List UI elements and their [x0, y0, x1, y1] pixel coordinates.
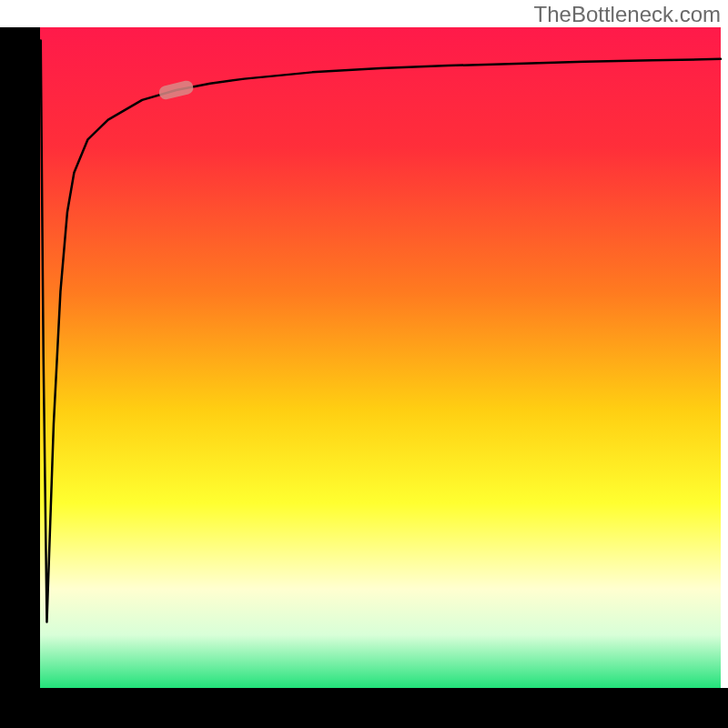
plot-background [40, 27, 721, 688]
watermark-text: TheBottleneck.com [534, 2, 721, 27]
y-axis [0, 27, 40, 728]
x-axis [0, 688, 728, 728]
bottleneck-chart [0, 0, 728, 728]
chart-container: { "watermark": "TheBottleneck.com", "cha… [0, 0, 728, 728]
